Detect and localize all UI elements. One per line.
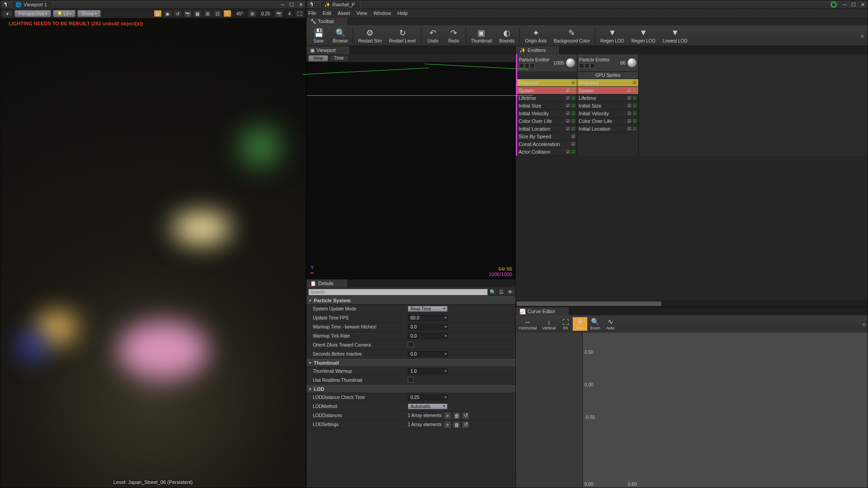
section-header[interactable]: ▼Particle System: [307, 296, 515, 305]
camera-speed-value[interactable]: 4: [285, 10, 294, 17]
module-curve-checkbox[interactable]: ☑: [632, 96, 637, 101]
menu-asset[interactable]: Asset: [338, 10, 350, 16]
emitter-column[interactable]: Particle Emitter66GPU SpritesRequired☑Sp…: [577, 54, 639, 156]
details-scroll[interactable]: ▼Particle SystemSystem Update ModeReal-T…: [307, 296, 515, 469]
module-curve-checkbox[interactable]: ☑: [571, 103, 576, 108]
property-spinbox[interactable]: 0.0: [408, 324, 448, 330]
module-enable-checkbox[interactable]: ☑: [565, 119, 570, 124]
toolbar-regen-lod-button[interactable]: ▼Regen LOD: [597, 26, 628, 45]
emitter-column[interactable]: Particle Emitter1005Required☑Spawn☑☑Life…: [516, 54, 577, 156]
property-dropdown[interactable]: Automatic: [408, 404, 448, 409]
camera-speed-icon[interactable]: 📷: [275, 10, 283, 17]
module-curve-checkbox[interactable]: ☑: [571, 150, 576, 155]
asset-tab[interactable]: ✨ Rainfall_P: [320, 1, 361, 9]
maximize-button[interactable]: ☐: [849, 2, 858, 8]
angle-snap-value[interactable]: 45°: [233, 10, 246, 17]
module-color-over-life[interactable]: Color Over Life☑☑: [577, 117, 638, 125]
module-enable-checkbox[interactable]: ☑: [565, 150, 570, 155]
property-checkbox[interactable]: [408, 342, 414, 347]
minimize-button[interactable]: ─: [278, 2, 287, 8]
module-enable-checkbox[interactable]: ☑: [627, 103, 632, 108]
module-spawn[interactable]: Spawn☑☑: [517, 87, 577, 94]
property-dropdown[interactable]: Real-Time: [408, 306, 448, 312]
curve-graph[interactable]: 0.50 0.00 -0.50 0.00 0.50: [583, 333, 868, 488]
show-button[interactable]: Show▾: [77, 10, 101, 17]
module-enable-checkbox[interactable]: ☑: [632, 80, 637, 85]
viewport-panel-tab[interactable]: ▣ Viewport: [307, 46, 350, 54]
toolbar-save-button[interactable]: 💾Save: [308, 26, 329, 45]
property-checkbox[interactable]: [408, 377, 414, 383]
module-curve-checkbox[interactable]: ☑: [571, 88, 576, 93]
module-initial-size[interactable]: Initial Size☑☑: [577, 102, 638, 110]
time-button[interactable]: Time: [329, 55, 349, 61]
module-enable-checkbox[interactable]: ☑: [565, 96, 570, 101]
angle-snap-icon[interactable]: ∠: [223, 10, 231, 17]
emitter-toggle-icon[interactable]: [519, 63, 524, 68]
module-required[interactable]: Required☑: [577, 79, 638, 87]
emitter-toggle-icon[interactable]: [579, 63, 584, 68]
toolbar-undo-button[interactable]: ↶Undo: [423, 26, 443, 45]
search-icon[interactable]: 🔍: [489, 288, 496, 296]
toolbar-expand-icon[interactable]: »: [859, 32, 866, 39]
toolbar-background-color-button[interactable]: ✎Background Color: [550, 26, 594, 45]
details-search-input[interactable]: [308, 289, 488, 296]
window-tab[interactable]: 🌐 Viewport 1: [11, 1, 53, 9]
module-curve-checkbox[interactable]: ☑: [571, 96, 576, 101]
curve-editor-tab[interactable]: 📈 Curve Editor: [516, 307, 569, 315]
curve-fit-button[interactable]: ⛶Fit: [558, 317, 573, 331]
eye-icon[interactable]: 👁: [506, 288, 514, 296]
emitter-header[interactable]: Particle Emitter66: [577, 54, 638, 71]
module-curve-checkbox[interactable]: ☑: [571, 119, 576, 124]
toolbar-bounds-button[interactable]: ◐Bounds: [495, 26, 518, 45]
show-stats-icon[interactable]: ↺: [174, 10, 182, 17]
curve-toolbar-expand-icon[interactable]: »: [860, 320, 868, 328]
emitter-toggle-icon[interactable]: [585, 63, 590, 68]
section-header[interactable]: ▼LOD: [307, 385, 515, 393]
game-view-icon[interactable]: ▦: [154, 10, 162, 17]
array-clear-button[interactable]: 🗑: [453, 422, 460, 428]
grid-icon[interactable]: ▦: [193, 10, 202, 17]
curve-horizontal-button[interactable]: ↔Horizontal: [516, 317, 540, 331]
module-initial-location[interactable]: Initial Location☑☑: [517, 125, 577, 133]
module-initial-size[interactable]: Initial Size☑☑: [517, 102, 577, 110]
emitter-toggle-icon[interactable]: [530, 63, 535, 68]
grid-snap-value[interactable]: 0.25: [258, 10, 273, 17]
curve-track-list[interactable]: [516, 333, 583, 488]
viewport-options-button[interactable]: ▾: [2, 10, 13, 17]
property-spinbox[interactable]: 0.0: [408, 351, 448, 357]
module-initial-location[interactable]: Initial Location☑☑: [577, 125, 638, 133]
menu-window[interactable]: Window: [373, 10, 391, 16]
module-curve-checkbox[interactable]: ☑: [632, 119, 637, 124]
module-curve-checkbox[interactable]: ☑: [632, 88, 637, 93]
module-curve-checkbox[interactable]: ☑: [571, 127, 576, 131]
toolbar-tab[interactable]: 🔧 Toolbar: [307, 18, 348, 25]
toolbar-browse-button[interactable]: 🔍Browse: [329, 26, 351, 45]
module-enable-checkbox[interactable]: ☑: [627, 88, 632, 93]
close-button[interactable]: ✕: [859, 2, 867, 8]
toolbar-restart-level-button[interactable]: ↻Restart Level: [386, 26, 420, 45]
toolbar-lowest-lod-button[interactable]: ▼Lowest LOD: [659, 26, 691, 45]
emitters-empty-area[interactable]: [516, 156, 868, 300]
close-button[interactable]: ✕: [297, 2, 305, 8]
curve-auto-button[interactable]: ∿Auto: [603, 317, 618, 331]
toolbar-thumbnail-button[interactable]: ▣Thumbnail: [467, 26, 496, 45]
viewport-3d[interactable]: LIGHTING NEEDS TO BE REBUILT (261 unbuil…: [0, 18, 306, 488]
module-curve-checkbox[interactable]: ☑: [632, 111, 637, 116]
module-enable-checkbox[interactable]: ☑: [627, 127, 632, 131]
module-enable-checkbox[interactable]: ☑: [565, 88, 570, 93]
particle-preview-viewport[interactable]: Y ━ 64/ 66 1006/1006: [307, 62, 515, 279]
minimize-button[interactable]: ─: [840, 2, 849, 8]
module-initial-velocity[interactable]: Initial Velocity☑☑: [577, 110, 638, 117]
filter-icon[interactable]: ☰: [498, 288, 505, 296]
view-button[interactable]: View: [308, 55, 328, 61]
module-enable-checkbox[interactable]: ☑: [565, 127, 570, 131]
toolbar-restart-sim-button[interactable]: ⚙Restart Sim: [354, 26, 385, 45]
realtime-icon[interactable]: ◉: [164, 10, 172, 17]
emitter-toggle-icon[interactable]: [524, 63, 529, 68]
menu-view[interactable]: View: [356, 10, 367, 16]
show-fps-icon[interactable]: 📷: [184, 10, 192, 17]
module-enable-checkbox[interactable]: ☑: [627, 111, 632, 116]
curve-zoom-button[interactable]: 🔍Zoom: [587, 317, 603, 331]
property-spinbox[interactable]: 1.0: [408, 368, 448, 374]
module-lifetime[interactable]: Lifetime☑☑: [577, 94, 638, 102]
